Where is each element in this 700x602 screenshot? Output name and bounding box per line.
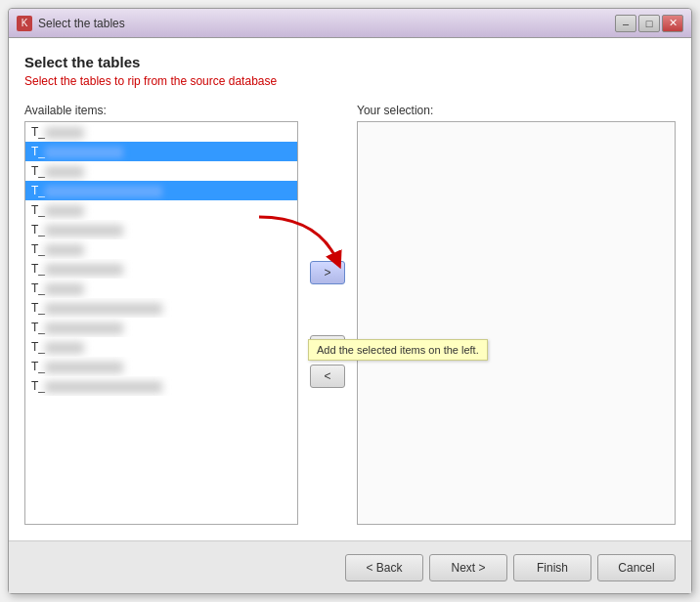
list-item[interactable]: T_ — [25, 142, 297, 161]
remove-selected-button[interactable]: < — [310, 365, 345, 388]
list-item[interactable]: T_ — [25, 181, 297, 200]
app-icon: K — [17, 16, 32, 31]
finish-button[interactable]: Finish — [513, 554, 591, 581]
selection-label: Your selection: — [357, 104, 676, 117]
list-item[interactable]: T_ — [25, 357, 297, 376]
close-button[interactable]: ✕ — [662, 15, 683, 32]
page-title: Select the tables — [24, 54, 676, 70]
list-item[interactable]: T_ — [25, 298, 297, 318]
window-title: Select the tables — [38, 17, 125, 30]
main-panel: Available items: T_ T_ T_ — [24, 104, 676, 525]
next-button[interactable]: Next > — [429, 554, 507, 581]
page-subtitle: Select the tables to rip from the source… — [24, 74, 676, 88]
middle-panel: > Add the selected items on the left. <<… — [298, 104, 357, 525]
add-selected-tooltip: Add the selected items on the left. — [308, 339, 488, 361]
list-item[interactable]: T_ — [25, 259, 297, 279]
available-items-label: Available items: — [24, 104, 298, 117]
selection-list[interactable] — [357, 121, 676, 525]
minimize-button[interactable]: – — [615, 15, 636, 32]
left-panel: Available items: T_ T_ T_ — [24, 104, 298, 525]
list-item[interactable]: T_ — [25, 161, 297, 181]
list-item[interactable]: T_ — [25, 337, 297, 357]
list-item[interactable]: T_ — [25, 279, 297, 298]
list-item[interactable]: T_ — [25, 239, 297, 259]
cancel-button[interactable]: Cancel — [597, 554, 676, 581]
title-bar-left: K Select the tables — [17, 16, 125, 31]
footer: < Back Next > Finish Cancel — [9, 540, 691, 593]
maximize-button[interactable]: □ — [638, 15, 660, 32]
list-item[interactable]: T_ — [25, 376, 297, 396]
right-panel: Your selection: — [357, 104, 676, 525]
content-area: Select the tables Select the tables to r… — [9, 38, 691, 540]
available-items-list[interactable]: T_ T_ T_ T_ T_ — [24, 121, 298, 525]
main-window: K Select the tables – □ ✕ Select the tab… — [8, 8, 692, 594]
title-buttons: – □ ✕ — [615, 15, 683, 32]
back-button[interactable]: < Back — [345, 554, 423, 581]
list-item[interactable]: T_ — [25, 200, 297, 220]
list-item[interactable]: T_ — [25, 318, 297, 337]
title-bar: K Select the tables – □ ✕ — [9, 9, 691, 38]
list-item[interactable]: T_ — [25, 122, 297, 142]
list-item[interactable]: T_ — [25, 220, 297, 239]
add-selected-button[interactable]: > — [310, 261, 345, 284]
